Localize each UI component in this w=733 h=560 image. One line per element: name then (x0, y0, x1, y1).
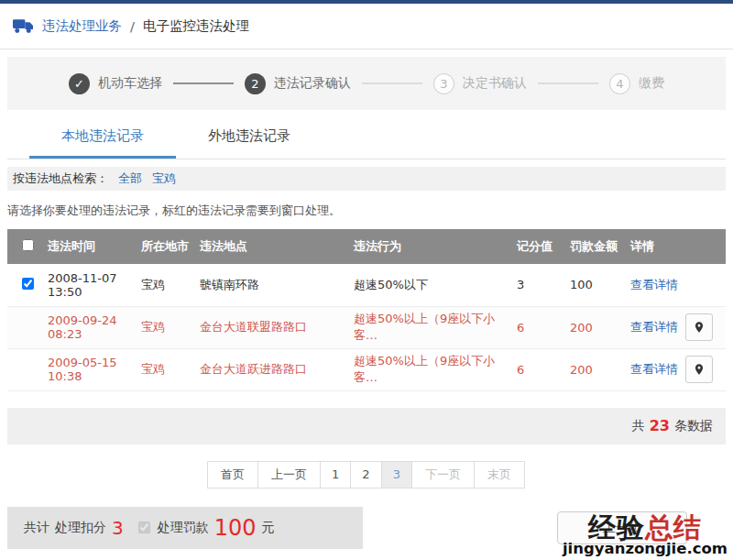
total-label: 共计 (24, 520, 49, 536)
cell-behavior: 超速50%以下 (350, 264, 513, 306)
map-pin-button[interactable] (685, 313, 713, 341)
step-vehicle-selection: ✓ 机动车选择 (69, 73, 162, 94)
violations-table: 违法时间 所在地市 违法地点 违法行为 记分值 罚款金额 详情 2008-11-… (7, 229, 726, 391)
cell-behavior: 超速50%以上（9座以下小客… (350, 348, 513, 390)
cell-location: 金台大道联盟路路口 (196, 306, 350, 348)
totals-box: 共计 处理扣分 3 处理罚款 100 元 (7, 507, 363, 549)
site-watermark: 经验总结 jingyanzongjie.com (563, 514, 728, 557)
fine-value: 100 (214, 517, 257, 539)
cell-time: 2009-09-24 08:23 (44, 306, 137, 348)
row-checkbox[interactable] (22, 278, 34, 290)
table-header-row: 违法时间 所在地市 违法地点 违法行为 记分值 罚款金额 详情 (7, 229, 726, 264)
step-2-number: 2 (245, 73, 266, 94)
pagination-first[interactable]: 首页 (207, 461, 258, 489)
breadcrumb-page: 电子监控违法处理 (143, 17, 249, 35)
fine-unit: 元 (262, 520, 275, 536)
cell-city: 宝鸡 (137, 348, 196, 390)
view-detail-link[interactable]: 查看详情 (630, 319, 678, 335)
selection-notice: 请选择你要处理的违法记录，标红的违法记录需要到窗口处理。 (7, 203, 726, 219)
step-3-number: 3 (433, 73, 454, 94)
step-connector (173, 82, 234, 84)
violation-processing-page: 违法处理业务 / 电子监控违法处理 ✓ 机动车选择 2 违法记录确认 3 决定书… (0, 0, 733, 560)
record-tabs: 本地违法记录 外地违法记录 (7, 110, 726, 159)
count-suffix: 条数据 (674, 418, 713, 434)
breadcrumb-section[interactable]: 违法处理业务 (42, 17, 122, 35)
cell-points: 6 (513, 306, 566, 348)
step-connector (362, 82, 422, 84)
cell-time: 2008-11-07 13:50 (44, 264, 137, 306)
header-behavior: 违法行为 (350, 229, 513, 264)
count-prefix: 共 (632, 418, 645, 434)
step-connector (538, 82, 598, 84)
header-points: 记分值 (513, 229, 566, 264)
header-location: 违法地点 (196, 229, 350, 264)
select-all-checkbox[interactable] (22, 239, 34, 251)
cell-time: 2009-05-15 10:38 (44, 348, 137, 390)
filter-option-all[interactable]: 全部 (118, 170, 142, 187)
table-row-window-only: 2009-09-24 08:23 宝鸡 金台大道联盟路路口 超速50%以上（9座… (7, 306, 726, 348)
watermark-url: jingyanzongjie.com (563, 542, 728, 557)
table-row-window-only: 2009-05-15 10:38 宝鸡 金台大道跃进路路口 超速50%以上（9座… (7, 348, 726, 390)
header-fine: 罚款金额 (566, 229, 627, 264)
step-record-confirm: 2 违法记录确认 (245, 73, 351, 94)
breadcrumb-separator: / (130, 19, 135, 34)
cell-city: 宝鸡 (137, 264, 196, 306)
step-wizard: ✓ 机动车选择 2 违法记录确认 3 决定书确认 4 缴费 (7, 57, 726, 110)
cell-points: 6 (513, 348, 566, 390)
cell-location: 金台大道跃进路路口 (196, 348, 350, 390)
watermark-text-red: 总结 (645, 511, 702, 544)
page-2[interactable]: 2 (350, 461, 381, 489)
cell-fine: 200 (566, 348, 627, 390)
filter-label: 按违法地点检索： (13, 170, 108, 187)
tab-remote-records[interactable]: 外地违法记录 (176, 110, 323, 159)
table-row: 2008-11-07 13:50 宝鸡 虢镇南环路 超速50%以下 3 100 … (7, 264, 726, 306)
points-value: 3 (112, 519, 124, 537)
fine-checkbox (138, 522, 150, 533)
step-payment: 4 缴费 (609, 73, 664, 94)
cell-city: 宝鸡 (137, 306, 196, 348)
cell-fine: 200 (566, 306, 627, 348)
header-detail: 详情 (627, 229, 726, 264)
pagination-prev[interactable]: 上一页 (257, 461, 321, 489)
map-pin-button[interactable] (685, 356, 713, 383)
location-pin-icon (693, 363, 706, 376)
pagination: 首页 上一页 1 2 3 下一页 末页 (0, 461, 733, 489)
cell-fine: 100 (566, 264, 627, 306)
location-pin-icon (693, 321, 706, 334)
view-detail-link[interactable]: 查看详情 (630, 277, 678, 293)
page-1[interactable]: 1 (320, 461, 351, 489)
step-4-number: 4 (609, 73, 630, 94)
cell-behavior: 超速50%以上（9座以下小客… (350, 306, 513, 348)
step-1-check-icon: ✓ (69, 73, 90, 94)
step-2-label: 违法记录确认 (274, 75, 351, 92)
cell-location: 虢镇南环路 (196, 264, 350, 306)
breadcrumb: 违法处理业务 / 电子监控违法处理 (0, 4, 733, 49)
filter-option-baoji[interactable]: 宝鸡 (152, 170, 176, 187)
pagination-next: 下一页 (411, 461, 475, 489)
fine-label: 处理罚款 (158, 520, 209, 536)
step-3-label: 决定书确认 (463, 75, 527, 92)
header-time: 违法时间 (44, 229, 137, 264)
pagination-last: 末页 (474, 461, 525, 489)
watermark-text-dark: 经验 (588, 511, 645, 544)
step-4-label: 缴费 (639, 75, 664, 92)
page-3-current[interactable]: 3 (381, 461, 412, 489)
step-1-label: 机动车选择 (98, 75, 162, 92)
tab-local-records[interactable]: 本地违法记录 (29, 110, 176, 159)
points-label: 处理扣分 (55, 520, 106, 536)
location-filter-bar: 按违法地点检索： 全部 宝鸡 (7, 167, 726, 191)
record-count: 23 (650, 417, 670, 434)
cell-points: 3 (513, 264, 566, 306)
step-decision-confirm: 3 决定书确认 (433, 73, 527, 94)
truck-icon (13, 19, 34, 34)
view-detail-link[interactable]: 查看详情 (630, 361, 678, 378)
header-city: 所在地市 (137, 229, 196, 264)
record-count-bar: 共 23 条数据 (7, 408, 726, 445)
